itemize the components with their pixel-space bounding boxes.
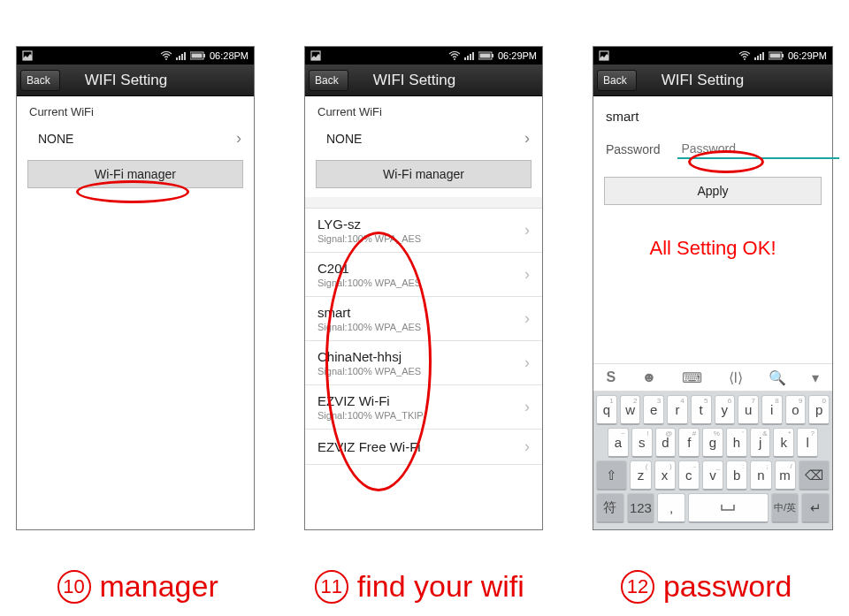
key-t[interactable]: t5 <box>691 395 712 425</box>
nav-bar: Back WIFI Setting <box>17 65 254 96</box>
nav-bar: Back WIFI Setting <box>593 65 832 96</box>
collapse-icon[interactable]: ▾ <box>812 369 819 386</box>
current-wifi-label: Current WiFi <box>305 96 542 120</box>
chevron-right-icon: › <box>524 309 530 328</box>
svg-rect-11 <box>464 57 466 60</box>
key-o[interactable]: o9 <box>785 395 807 425</box>
chevron-right-icon: › <box>524 437 530 456</box>
wifi-network-item[interactable]: smartSignal:100% WPA_AES› <box>305 297 542 341</box>
key-c[interactable]: c- <box>678 460 700 491</box>
svg-rect-14 <box>472 52 474 60</box>
key-s[interactable]: s! <box>631 428 653 458</box>
key-d[interactable]: d@ <box>655 428 677 458</box>
numbers-key[interactable]: 123 <box>627 493 655 523</box>
key-r[interactable]: r4 <box>667 395 688 425</box>
wifi-manager-button[interactable]: Wi-Fi manager <box>27 160 243 188</box>
key-v[interactable]: v_ <box>702 460 723 491</box>
wifi-network-item[interactable]: C201Signal:100% WPA_AES› <box>305 253 542 297</box>
svg-rect-2 <box>176 57 178 60</box>
search-icon[interactable]: 🔍 <box>769 369 786 386</box>
screenshot-icon <box>22 50 33 61</box>
ime-logo-icon[interactable]: S <box>607 369 616 385</box>
key-k[interactable]: k* <box>773 428 794 458</box>
cursor-move-icon[interactable]: ⟨I⟩ <box>729 369 743 386</box>
apply-button[interactable]: Apply <box>604 177 822 205</box>
signal-icon <box>464 51 475 60</box>
step-number-icon: 10 <box>57 570 91 604</box>
key-l[interactable]: l? <box>797 428 818 458</box>
phone-panel-1: 06:28PM Back WIFI Setting Current WiFi N… <box>16 46 255 530</box>
svg-rect-3 <box>179 56 180 60</box>
wifi-network-item[interactable]: LYG-szSignal:100% WPA_AES› <box>305 209 542 253</box>
emoji-icon[interactable]: ☻ <box>641 369 656 385</box>
page-title: WIFI Setting <box>348 72 542 89</box>
password-input[interactable] <box>677 140 839 159</box>
wifi-network-list: LYG-szSignal:100% WPA_AES› C201Signal:10… <box>305 208 542 465</box>
key-x[interactable]: x) <box>654 460 676 491</box>
step-caption-10: 10 manager <box>57 569 218 604</box>
wifi-icon <box>738 51 751 60</box>
shift-key[interactable]: ⇧ <box>596 460 627 491</box>
wifi-icon <box>160 51 172 60</box>
step-caption-12: 12 password <box>621 569 792 604</box>
key-g[interactable]: g% <box>702 428 723 458</box>
key-q[interactable]: q1 <box>596 395 617 425</box>
step-captions: 10 manager 11 find your wifi 12 password <box>0 569 849 604</box>
svg-rect-7 <box>191 54 202 58</box>
key-m[interactable]: m/ <box>775 460 796 491</box>
chevron-right-icon: › <box>524 221 530 240</box>
step-number-icon: 11 <box>315 570 348 604</box>
key-n[interactable]: n; <box>750 460 771 491</box>
battery-icon <box>769 51 784 60</box>
key-b[interactable]: b: <box>726 460 747 491</box>
key-u[interactable]: u7 <box>738 395 759 425</box>
battery-icon <box>478 51 494 60</box>
status-bar: 06:29PM <box>593 47 832 65</box>
chevron-right-icon: › <box>524 129 530 148</box>
status-bar: 06:28PM <box>17 47 254 65</box>
key-h[interactable]: h' <box>726 428 747 458</box>
status-bar: 06:29PM <box>305 47 542 65</box>
screenshot-icon <box>310 50 321 61</box>
chevron-right-icon: › <box>524 398 530 416</box>
step-text: password <box>663 569 792 604</box>
keyboard-layout-icon[interactable]: ⌨ <box>682 369 702 386</box>
wifi-manager-button[interactable]: Wi-Fi manager <box>316 160 532 188</box>
key-f[interactable]: f# <box>678 428 700 458</box>
current-wifi-row[interactable]: NONE › <box>17 120 254 156</box>
key-a[interactable]: a~ <box>608 428 629 458</box>
space-key[interactable] <box>688 493 769 523</box>
wifi-network-item[interactable]: ChinaNet-hhsjSignal:100% WPA_AES› <box>305 341 542 385</box>
back-button[interactable]: Back <box>309 70 348 91</box>
battery-icon <box>190 51 206 60</box>
language-key[interactable]: 中/英 <box>771 493 799 523</box>
key-y[interactable]: y6 <box>715 395 736 425</box>
comma-key[interactable]: , <box>657 493 685 523</box>
key-i[interactable]: i8 <box>761 395 783 425</box>
svg-point-1 <box>165 58 167 60</box>
symbols-key[interactable]: 符 <box>596 493 624 523</box>
svg-rect-4 <box>181 54 183 60</box>
key-z[interactable]: z( <box>630 460 651 491</box>
selected-ssid: smart <box>593 96 832 133</box>
keyboard-toolbar: S ☻ ⌨ ⟨I⟩ 🔍 ▾ <box>593 363 832 392</box>
wifi-network-item[interactable]: EZVIZ Wi-FiSignal:100% WPA_TKIP› <box>305 385 542 430</box>
key-e[interactable]: e3 <box>643 395 664 425</box>
back-button[interactable]: Back <box>20 70 60 91</box>
svg-rect-16 <box>479 54 490 58</box>
current-wifi-value: NONE <box>29 132 73 146</box>
svg-rect-23 <box>762 52 764 60</box>
current-wifi-row[interactable]: NONE › <box>305 120 542 156</box>
all-setting-ok-banner: All Setting OK! <box>593 214 832 283</box>
nav-bar: Back WIFI Setting <box>305 65 542 96</box>
enter-key[interactable]: ↵ <box>801 493 830 523</box>
svg-rect-13 <box>470 54 471 60</box>
key-j[interactable]: j& <box>750 428 771 458</box>
wifi-network-item[interactable]: EZVIZ Free Wi-Fi› <box>305 430 542 465</box>
clock: 06:28PM <box>210 50 249 61</box>
key-w[interactable]: w2 <box>620 395 641 425</box>
svg-rect-17 <box>492 54 493 57</box>
backspace-key[interactable]: ⌫ <box>799 460 830 491</box>
back-button[interactable]: Back <box>597 70 637 91</box>
key-p[interactable]: p0 <box>808 395 830 425</box>
